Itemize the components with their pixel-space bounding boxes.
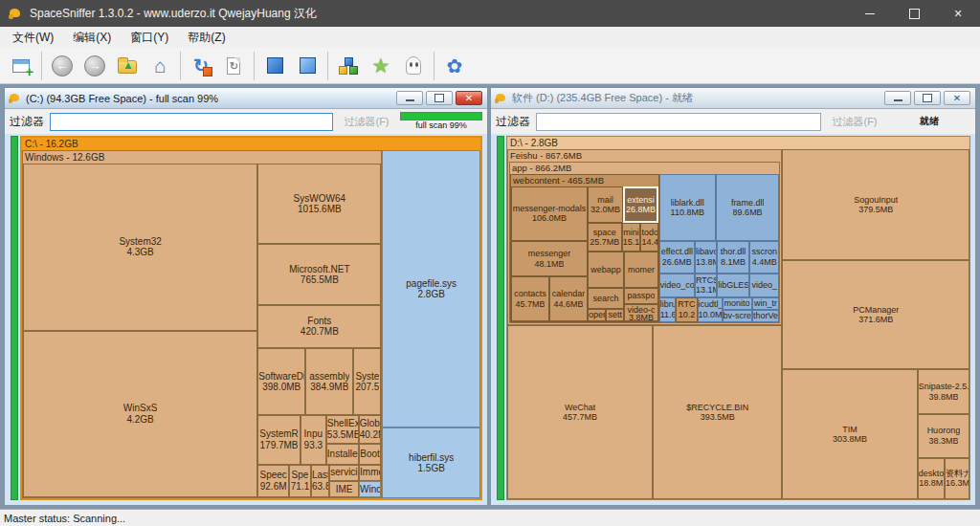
cell-globa[interactable]: Globa40.2M xyxy=(359,415,382,444)
menu-window[interactable]: 窗口(Y) xyxy=(121,28,178,48)
c-close-button[interactable] xyxy=(456,91,482,105)
cell-libavo[interactable]: libavo13.8M xyxy=(695,241,717,274)
cell-messenger[interactable]: messenger48.1MB xyxy=(511,241,588,277)
cell-installer[interactable]: Installer xyxy=(326,444,359,465)
cell-contacts[interactable]: contacts45.7MB xyxy=(511,276,549,321)
go-parent-button[interactable] xyxy=(111,51,144,81)
cell-assembly[interactable]: assembly384.9MB xyxy=(305,348,353,415)
cell-pagefile[interactable]: pagefile.sys2.8GB xyxy=(382,150,480,427)
cell-huorong[interactable]: Huorong38.3MB xyxy=(918,414,969,457)
cell-libru[interactable]: libru11.6 xyxy=(659,297,677,322)
c-root-header[interactable]: C:\ - 16.2GB xyxy=(22,138,480,150)
cell-video-c[interactable]: video-c3.8MB xyxy=(624,304,657,321)
d-close-button[interactable] xyxy=(944,91,970,105)
cell-shellex[interactable]: ShellEx53.5MB xyxy=(326,415,359,444)
cell-speec[interactable]: Speec92.6M xyxy=(257,465,289,497)
cell-pcmanager[interactable]: PCManager371.6MB xyxy=(782,260,969,369)
file-classes-button[interactable] xyxy=(332,51,365,81)
cell-fonts[interactable]: Fonts420.7MB xyxy=(257,305,381,348)
cell-frame-dll[interactable]: frame.dll89.6MB xyxy=(716,174,780,241)
ghost-filter-button[interactable] xyxy=(397,51,430,81)
cell-todo[interactable]: todo14.4 xyxy=(640,223,657,252)
cell-systemr[interactable]: SystemR179.7MB xyxy=(257,415,301,465)
home-button[interactable] xyxy=(144,51,176,81)
d-root-header[interactable]: D:\ - 2.8GB xyxy=(507,137,969,149)
cell-hiberfil[interactable]: hiberfil.sys1.5GB xyxy=(382,427,480,498)
d-restore-button[interactable] xyxy=(914,91,941,105)
app-folder-box[interactable]: app - 866.2MB webcontent - 465.5MB messe… xyxy=(509,162,780,323)
webcontent-folder-box[interactable]: webcontent - 465.5MB messenger-modals106… xyxy=(510,174,659,322)
new-view-button[interactable] xyxy=(5,51,37,81)
cell-snipaste[interactable]: Snipaste-2.5.39.8MB xyxy=(918,369,969,414)
cell-sett[interactable]: sett xyxy=(606,309,624,321)
cell-webapp[interactable]: webapp xyxy=(588,252,624,288)
cell-tim[interactable]: TIM303.8MB xyxy=(782,369,917,499)
c-restore-button[interactable] xyxy=(426,91,453,105)
cell-boot[interactable]: Boot xyxy=(359,444,382,465)
cell-thor-dll[interactable]: thor.dll8.1MB xyxy=(717,241,749,274)
cell-desktop[interactable]: deskto18.8M xyxy=(918,458,945,499)
maximize-button[interactable] xyxy=(892,0,936,27)
cell-last[interactable]: Last63.8 xyxy=(311,465,329,497)
cell-monito[interactable]: monito xyxy=(723,297,752,310)
cell-icudtl[interactable]: icudtl_v10.0MB xyxy=(698,297,723,322)
cell-softwaredistribution[interactable]: SoftwareDi398.0MB xyxy=(257,348,305,415)
d-minimize-button[interactable] xyxy=(884,91,911,105)
cell-ime[interactable]: IME xyxy=(329,481,359,497)
cell-video2[interactable]: video_ xyxy=(749,274,779,297)
cell-windo[interactable]: Windo xyxy=(359,481,381,497)
close-button[interactable] xyxy=(936,0,980,27)
c-window-titlebar[interactable]: (C:) (94.3GB Free Space) - full scan 99% xyxy=(5,88,487,109)
d-root-box[interactable]: D:\ - 2.8GB Feishu - 867.6MB app - 866.2… xyxy=(506,136,970,500)
menu-help[interactable]: 帮助(Z) xyxy=(178,28,234,48)
cell-syswow64[interactable]: SysWOW641015.6MB xyxy=(257,164,381,244)
star-filter-button[interactable] xyxy=(365,51,397,81)
cell-thorve[interactable]: thorVe xyxy=(752,310,780,322)
d-window-titlebar[interactable]: 软件 (D:) (235.4GB Free Space) - 就绪 xyxy=(491,88,975,109)
cell-open[interactable]: open xyxy=(588,309,606,321)
cell-moments[interactable]: momer xyxy=(624,252,657,288)
cell-calendar[interactable]: calendar44.6MB xyxy=(549,276,588,321)
c-root-box[interactable]: C:\ - 16.2GB Windows - 12.6GB System324.… xyxy=(20,136,482,500)
c-filter-button[interactable]: 过滤器(F) xyxy=(339,113,394,131)
d-filter-input[interactable] xyxy=(536,113,821,131)
cell-extensions-highlighted[interactable]: extensi26.8MB xyxy=(623,186,658,223)
cell-syste[interactable]: Syste207.5 xyxy=(353,348,381,415)
cell-liblark-dll[interactable]: liblark.dll110.8MB xyxy=(659,174,716,241)
cell-ziliao[interactable]: 资料ナ16.3M xyxy=(945,458,969,499)
more-detail-button[interactable] xyxy=(291,51,323,81)
windows-folder-header[interactable]: Windows - 12.6GB xyxy=(23,151,381,164)
back-button[interactable] xyxy=(46,51,78,81)
cell-win-tr[interactable]: win_tr xyxy=(752,297,780,310)
cell-sscron[interactable]: sscron4.4MB xyxy=(749,241,779,274)
cell-wechat[interactable]: WeChat457.7MB xyxy=(507,325,653,499)
refresh-view-button[interactable] xyxy=(217,51,250,81)
cell-recycle-bin[interactable]: $RECYCLE.BIN393.5MB xyxy=(653,325,782,499)
cell-spe[interactable]: Spe71.1 xyxy=(289,465,311,497)
cell-sogouinput[interactable]: SogouInput379.5MB xyxy=(782,149,969,260)
menu-edit[interactable]: 编辑(X) xyxy=(63,28,121,48)
cell-libgles[interactable]: libGLES xyxy=(717,274,749,297)
rescan-button[interactable] xyxy=(185,51,217,81)
cell-effect-dll[interactable]: effect.dll26.6MB xyxy=(659,241,695,274)
cell-system32[interactable]: System324.3GB xyxy=(23,164,257,331)
cell-servicing[interactable]: servicir xyxy=(329,465,359,481)
feishu-folder-header[interactable]: Feishu - 867.6MB xyxy=(508,150,781,162)
cell-space[interactable]: space25.7MB xyxy=(588,223,622,252)
d-filter-button[interactable]: 过滤器(F) xyxy=(827,113,882,131)
cell-microsoft-net[interactable]: Microsoft.NET765.5MB xyxy=(257,244,381,305)
cell-search[interactable]: search xyxy=(588,288,624,310)
webcontent-folder-header[interactable]: webcontent - 465.5MB xyxy=(511,175,658,186)
main-titlebar[interactable]: SpaceSniffer 1.3.0.2 - www.uderzo.it Qwe… xyxy=(0,0,980,27)
cell-mini[interactable]: mini15.1 xyxy=(622,223,641,252)
cell-bv-scre[interactable]: bv-scre xyxy=(723,310,752,322)
cell-rtcsl[interactable]: RTCSl13.1M xyxy=(695,274,717,297)
cell-mail[interactable]: mail32.0MB xyxy=(588,186,623,223)
forward-button[interactable] xyxy=(78,51,111,81)
cell-passport[interactable]: passpo xyxy=(624,288,657,305)
cell-immer[interactable]: Immer xyxy=(359,465,381,481)
app-folder-header[interactable]: app - 866.2MB xyxy=(510,163,779,174)
cell-inpu[interactable]: Inpu93.3 xyxy=(301,415,326,465)
less-detail-button[interactable] xyxy=(258,51,291,81)
menu-file[interactable]: 文件(W) xyxy=(3,28,63,48)
